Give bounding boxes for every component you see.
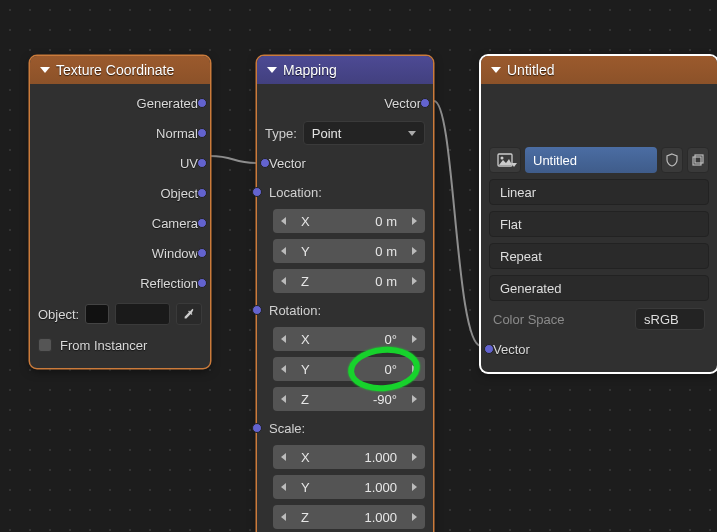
socket-camera[interactable]: [197, 218, 207, 228]
socket-vector-in[interactable]: [260, 158, 270, 168]
node-header[interactable]: Untitled: [481, 56, 717, 84]
decrement-icon: [281, 395, 286, 403]
interpolation-dropdown[interactable]: Linear: [489, 179, 709, 205]
from-instancer-checkbox[interactable]: [38, 338, 52, 352]
rotation-x[interactable]: X0°: [273, 327, 425, 351]
projection-dropdown[interactable]: Flat: [489, 211, 709, 237]
decrement-icon: [281, 277, 286, 285]
mapping-node[interactable]: Mapping Vector Type: Point Vector Locati…: [257, 56, 433, 532]
eyedropper-icon: [182, 307, 196, 321]
svg-rect-3: [693, 157, 701, 165]
output-vector: Vector: [384, 96, 421, 111]
socket-rotation[interactable]: [252, 305, 262, 315]
socket-object[interactable]: [197, 188, 207, 198]
from-instancer-label: From Instancer: [60, 338, 147, 353]
rotation-y[interactable]: Y0°: [273, 357, 425, 381]
increment-icon: [412, 217, 417, 225]
chevron-down-icon: [408, 131, 416, 136]
scale-y[interactable]: Y1.000: [273, 475, 425, 499]
location-y[interactable]: Y0 m: [273, 239, 425, 263]
scale-x[interactable]: X1.000: [273, 445, 425, 469]
input-vector: Vector: [269, 156, 306, 171]
node-header[interactable]: Mapping: [257, 56, 433, 84]
type-value: Point: [312, 126, 342, 141]
output-object: Object: [160, 186, 198, 201]
increment-icon: [412, 277, 417, 285]
output-uv: UV: [180, 156, 198, 171]
object-field[interactable]: [115, 303, 170, 325]
socket-location[interactable]: [252, 187, 262, 197]
socket-scale[interactable]: [252, 423, 262, 433]
texture-coordinate-node[interactable]: Texture Coordinate Generated Normal UV O…: [30, 56, 210, 368]
output-camera: Camera: [152, 216, 198, 231]
increment-icon: [412, 453, 417, 461]
socket-generated[interactable]: [197, 98, 207, 108]
object-eyedropper-button[interactable]: [176, 303, 202, 325]
collapse-icon[interactable]: [267, 67, 277, 73]
output-normal: Normal: [156, 126, 198, 141]
socket-reflection[interactable]: [197, 278, 207, 288]
image-browse-button[interactable]: [489, 147, 521, 173]
socket-normal[interactable]: [197, 128, 207, 138]
socket-window[interactable]: [197, 248, 207, 258]
output-window: Window: [152, 246, 198, 261]
chevron-down-icon: [511, 163, 517, 167]
new-image-button[interactable]: [687, 147, 709, 173]
socket-vector-in[interactable]: [484, 344, 494, 354]
type-label: Type:: [265, 126, 297, 141]
node-title: Mapping: [283, 62, 337, 78]
duplicate-icon: [692, 154, 704, 166]
decrement-icon: [281, 365, 286, 373]
image-name-field[interactable]: Untitled: [525, 147, 657, 173]
location-x[interactable]: X0 m: [273, 209, 425, 233]
decrement-icon: [281, 335, 286, 343]
location-label: Location:: [269, 185, 322, 200]
node-title: Texture Coordinate: [56, 62, 174, 78]
collapse-icon[interactable]: [491, 67, 501, 73]
input-vector: Vector: [493, 342, 530, 357]
increment-icon: [412, 247, 417, 255]
output-reflection: Reflection: [140, 276, 198, 291]
increment-icon: [412, 513, 417, 521]
source-dropdown[interactable]: Generated: [489, 275, 709, 301]
svg-point-1: [501, 157, 504, 160]
socket-uv[interactable]: [197, 158, 207, 168]
rotation-z[interactable]: Z-90°: [273, 387, 425, 411]
increment-icon: [412, 335, 417, 343]
svg-rect-2: [695, 155, 703, 163]
increment-icon: [412, 365, 417, 373]
decrement-icon: [281, 453, 286, 461]
location-z[interactable]: Z0 m: [273, 269, 425, 293]
scale-label: Scale:: [269, 421, 305, 436]
node-header[interactable]: Texture Coordinate: [30, 56, 210, 84]
shield-icon: [666, 153, 678, 167]
decrement-icon: [281, 247, 286, 255]
socket-vector-out[interactable]: [420, 98, 430, 108]
rotation-label: Rotation:: [269, 303, 321, 318]
output-generated: Generated: [137, 96, 198, 111]
increment-icon: [412, 483, 417, 491]
scale-z[interactable]: Z1.000: [273, 505, 425, 529]
extension-dropdown[interactable]: Repeat: [489, 243, 709, 269]
image-texture-node[interactable]: Untitled Untitled Linear Flat Repeat Gen…: [481, 56, 717, 372]
node-title: Untitled: [507, 62, 554, 78]
colorspace-label: Color Space: [493, 312, 627, 327]
type-dropdown[interactable]: Point: [303, 121, 425, 145]
colorspace-dropdown[interactable]: sRGB: [635, 308, 705, 330]
decrement-icon: [281, 217, 286, 225]
collapse-icon[interactable]: [40, 67, 50, 73]
object-swatch-icon: [85, 304, 109, 324]
increment-icon: [412, 395, 417, 403]
decrement-icon: [281, 483, 286, 491]
decrement-icon: [281, 513, 286, 521]
object-label: Object:: [38, 307, 79, 322]
fake-user-button[interactable]: [661, 147, 683, 173]
